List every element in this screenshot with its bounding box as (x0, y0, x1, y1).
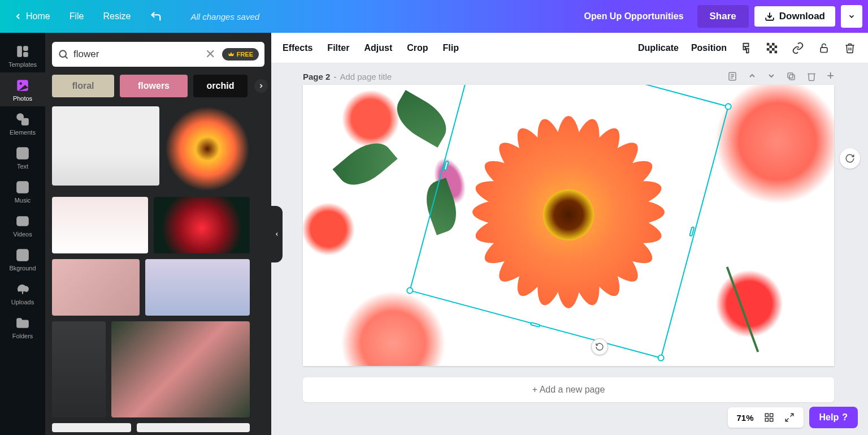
svg-rect-3 (23, 52, 28, 57)
crown-icon (228, 51, 235, 58)
canvas-page[interactable] (303, 85, 834, 366)
page-down-button[interactable] (767, 71, 776, 81)
file-menu[interactable]: File (62, 7, 92, 26)
page-add-button[interactable]: + (827, 71, 834, 81)
chip-floral[interactable]: floral (52, 75, 114, 97)
photo-thumbnail[interactable] (52, 321, 106, 417)
chip-flowers[interactable]: flowers (120, 75, 188, 97)
page-separator: - (333, 72, 336, 81)
svg-rect-18 (772, 42, 775, 45)
chip-orchid[interactable]: orchid (193, 75, 248, 97)
rail-photos[interactable]: Photos (0, 72, 45, 106)
rail-uploads[interactable]: Uploads (0, 276, 45, 310)
download-options-button[interactable] (841, 5, 862, 28)
delete-button[interactable] (843, 41, 857, 55)
chips-next-button[interactable] (254, 79, 268, 93)
photos-icon (15, 78, 30, 93)
rail-videos[interactable]: Videos (0, 208, 45, 242)
crop-button[interactable]: Crop (407, 43, 428, 53)
page-notes-button[interactable] (727, 71, 737, 81)
photo-thumbnail[interactable] (52, 197, 148, 253)
svg-point-10 (20, 189, 21, 191)
help-button[interactable]: Help ? (809, 407, 858, 428)
topbar-left: Home File Resize All changes saved (6, 6, 259, 27)
search-box[interactable]: ✕ FREE (52, 42, 264, 67)
page-title-input[interactable]: Add page title (340, 72, 392, 81)
page-up-button[interactable] (748, 71, 757, 81)
page-header: Page 2 - Add page title + (303, 71, 834, 81)
svg-point-11 (24, 188, 25, 189)
clear-search-button[interactable]: ✕ (203, 47, 218, 62)
home-button[interactable]: Home (6, 7, 58, 26)
search-icon (58, 49, 69, 60)
zoom-level[interactable]: 71% (737, 413, 754, 423)
undo-button[interactable] (142, 6, 170, 27)
photo-thumbnail[interactable] (111, 321, 250, 417)
rail-music[interactable]: Music (0, 174, 45, 208)
download-button[interactable]: Download (754, 6, 835, 27)
add-page-button[interactable]: + Add a new page (303, 377, 834, 402)
svg-rect-30 (770, 414, 772, 416)
refresh-canvas-button[interactable] (840, 148, 860, 169)
svg-rect-25 (821, 48, 827, 52)
link-button[interactable] (791, 41, 805, 55)
svg-line-34 (785, 419, 788, 421)
photo-thumbnail[interactable] (154, 197, 250, 253)
canvas-scroll[interactable]: Page 2 - Add page title + (271, 63, 868, 435)
photo-results-grid (52, 106, 264, 432)
rail-elements[interactable]: Elements (0, 106, 45, 140)
share-button[interactable]: Share (697, 5, 749, 28)
photo-thumbnail[interactable] (145, 259, 250, 316)
rail-folders[interactable]: Folders (0, 310, 45, 344)
page-delete-button[interactable] (806, 71, 817, 81)
lock-button[interactable] (817, 41, 831, 55)
text-icon (15, 146, 30, 161)
svg-point-5 (20, 83, 22, 85)
videos-icon (15, 214, 30, 229)
chevron-right-icon (258, 83, 264, 89)
free-filter-button[interactable]: FREE (222, 48, 259, 61)
rail-bkground[interactable]: Bkground (0, 242, 45, 276)
duplicate-button[interactable]: Duplicate (638, 43, 679, 53)
rail-text[interactable]: Text (0, 140, 45, 174)
rotate-handle[interactable] (591, 338, 608, 355)
format-painter-button[interactable] (739, 41, 753, 55)
search-input[interactable] (73, 49, 198, 60)
side-rail: Templates Photos Elements Text Music Vid… (0, 33, 45, 435)
resize-handle-right[interactable] (689, 226, 695, 237)
page-duplicate-button[interactable] (786, 71, 796, 81)
svg-rect-17 (767, 42, 770, 45)
flip-button[interactable]: Flip (443, 43, 459, 53)
fullscreen-button[interactable] (784, 412, 795, 423)
folders-icon (15, 316, 30, 330)
grid-view-button[interactable] (764, 412, 774, 423)
rail-templates[interactable]: Templates (0, 38, 45, 72)
position-button[interactable]: Position (691, 43, 727, 53)
svg-rect-27 (789, 75, 795, 80)
resize-handle-left[interactable] (443, 160, 449, 171)
topbar-right: Open Up Opportunities Share Download (576, 5, 862, 28)
bottom-right-bar: 71% Help ? (728, 407, 858, 428)
opportunities-link[interactable]: Open Up Opportunities (576, 7, 692, 26)
svg-rect-21 (767, 48, 770, 51)
undo-icon (150, 10, 162, 23)
effects-button[interactable]: Effects (283, 43, 313, 53)
filter-button[interactable]: Filter (327, 43, 349, 53)
resize-menu[interactable]: Resize (95, 7, 138, 26)
adjust-button[interactable]: Adjust (364, 43, 392, 53)
photo-thumbnail[interactable] (165, 106, 250, 191)
svg-point-15 (59, 50, 66, 57)
photo-thumbnail[interactable] (52, 423, 131, 432)
svg-rect-28 (788, 73, 793, 78)
refresh-icon (845, 153, 855, 163)
photo-thumbnail[interactable] (52, 106, 159, 186)
svg-rect-1 (17, 46, 22, 57)
svg-rect-22 (772, 48, 775, 51)
svg-rect-7 (22, 119, 28, 125)
svg-line-16 (66, 57, 68, 59)
main-area: Templates Photos Elements Text Music Vid… (0, 33, 868, 435)
context-right: Duplicate Position (638, 41, 857, 55)
transparency-button[interactable] (765, 41, 779, 55)
photo-thumbnail[interactable] (52, 259, 140, 316)
photo-thumbnail[interactable] (137, 423, 250, 432)
